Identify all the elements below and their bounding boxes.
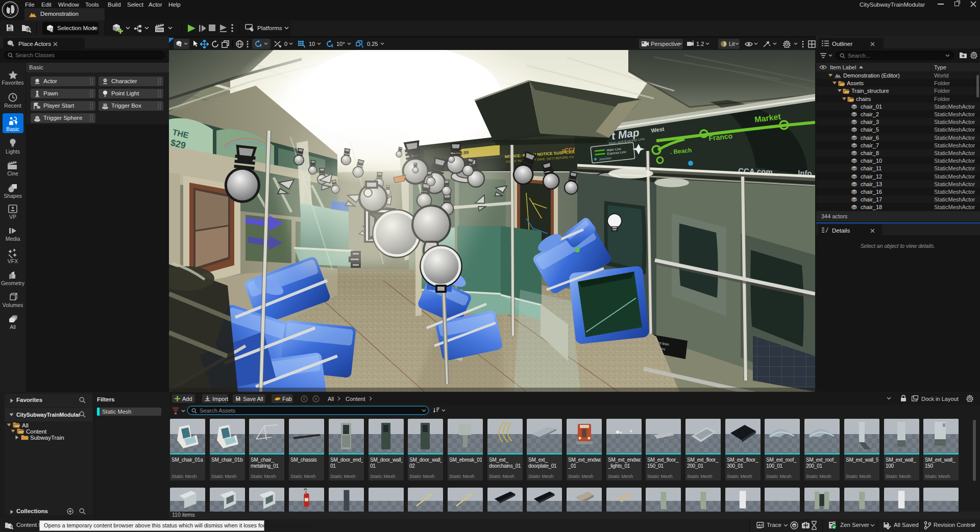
svg-text:oCCA: oCCA xyxy=(561,146,576,153)
